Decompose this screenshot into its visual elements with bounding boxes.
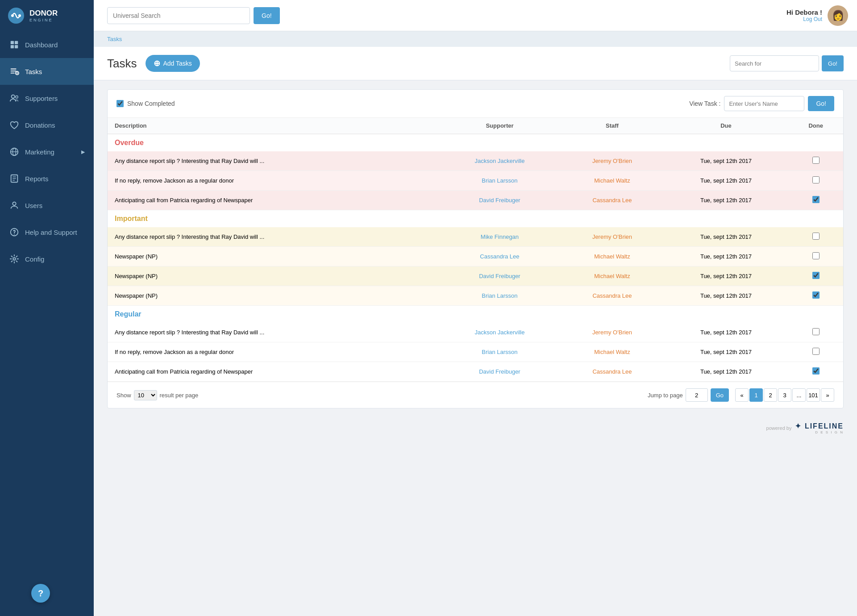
page-3-button[interactable]: 3 [778,388,791,402]
page-first-button[interactable]: « [735,388,749,402]
sidebar-item-label: Help and Support [25,229,77,236]
supporter-link[interactable]: Brian Larsson [482,349,517,355]
show-label: Show [116,392,131,399]
staff-link[interactable]: Cassandra Lee [592,368,632,375]
tasks-icon [9,66,20,77]
universal-search-go-button[interactable]: Go! [254,7,280,24]
table-row: If no reply, remove Jackson as a regular… [108,342,843,362]
page-1-button[interactable]: 1 [749,388,763,402]
task-done-checkbox[interactable] [812,348,820,355]
staff-link[interactable]: Cassandra Lee [592,292,632,299]
sidebar-item-supporters[interactable]: Supporters [0,85,94,112]
sidebar-item-label: Config [25,255,44,263]
config-icon [9,254,20,264]
universal-search-input[interactable] [107,7,250,24]
page-101-button[interactable]: 101 [807,388,820,402]
supporter-link[interactable]: Cassandra Lee [480,253,519,260]
task-done-checkbox[interactable] [812,291,820,299]
supporter-link[interactable]: Jackson Jackerville [474,158,524,164]
svg-rect-3 [11,41,14,44]
add-tasks-button[interactable]: ⊕ Add Tasks [146,55,200,72]
task-description: Newspaper (NP) [108,247,439,266]
task-done-checkbox[interactable] [812,157,820,164]
supporter-link[interactable]: David Freibuger [479,197,520,204]
staff-link[interactable]: Michael Waltz [594,349,630,355]
col-supporter: Supporter [439,118,561,134]
task-due: Tue, sept 12th 2017 [664,362,789,382]
supporters-icon [9,93,20,104]
task-description: Newspaper (NP) [108,266,439,286]
dashboard-icon [9,39,20,50]
add-tasks-label: Add Tasks [163,60,191,67]
sidebar-item-tasks[interactable]: Tasks [0,58,94,85]
staff-link[interactable]: Michael Waltz [594,253,630,260]
topbar-right: Hi Debora ! Log Out 👩 [786,5,848,26]
help-button[interactable]: ? [31,584,50,603]
task-due: Tue, sept 12th 2017 [664,227,789,247]
logo-text: DONOR ENGINE [29,9,58,22]
view-task-label: View Task : [689,100,720,107]
supporter-link[interactable]: David Freibuger [479,368,520,375]
jump-page-input[interactable] [686,388,708,402]
sidebar-item-users[interactable]: Users [0,192,94,219]
logo-icon [7,7,25,25]
per-page-control: Show 10 25 50 100 result per page [116,390,198,400]
staff-link[interactable]: Jeremy O'Brien [592,329,632,336]
main-content: Tasks Tasks ⊕ Add Tasks Go! Show Complet… [94,31,857,616]
staff-link[interactable]: Michael Waltz [594,273,630,279]
table-row: If no reply, remove Jackson as a regular… [108,171,843,191]
tasks-table-area: Show Completed View Task : Go! Descripti… [107,89,844,408]
help-icon [9,227,20,237]
task-done-checkbox[interactable] [812,233,820,240]
task-description: Any distance report slip ? Interesting t… [108,227,439,247]
task-done-checkbox[interactable] [812,196,820,203]
table-row: Anticipating call from Patricia regardin… [108,362,843,382]
header-search: Go! [730,55,844,71]
staff-link[interactable]: Jeremy O'Brien [592,158,632,164]
sidebar-item-help[interactable]: Help and Support [0,219,94,246]
staff-link[interactable]: Michael Waltz [594,177,630,184]
section-overdue-label: Overdue [108,134,843,151]
view-task-go-button[interactable]: Go! [808,96,834,111]
sidebar-item-reports[interactable]: Reports [0,165,94,192]
sidebar-item-config[interactable]: Config [0,246,94,272]
staff-link[interactable]: Jeremy O'Brien [592,233,632,240]
supporter-link[interactable]: Brian Larsson [482,177,517,184]
svg-rect-5 [11,45,14,48]
sidebar-item-dashboard[interactable]: Dashboard [0,31,94,58]
sidebar-item-marketing[interactable]: Marketing ▶ [0,138,94,165]
task-done-checkbox[interactable] [812,252,820,259]
task-description: If no reply, remove Jackson as a regular… [108,171,439,191]
per-page-select[interactable]: 10 25 50 100 [134,390,157,400]
section-important-header: Important [108,210,843,228]
task-done-checkbox[interactable] [812,272,820,279]
supporter-link[interactable]: Jackson Jackerville [474,329,524,336]
lifeline-brand: ✦ LIFELINE D E S I G N [795,422,844,434]
task-due: Tue, sept 12th 2017 [664,191,789,210]
tasks-search-go-button[interactable]: Go! [822,55,844,71]
jump-page-go-button[interactable]: Go [711,388,729,402]
table-header-row: Description Supporter Staff Due Done [108,118,843,134]
page-last-button[interactable]: » [821,388,834,402]
staff-link[interactable]: Cassandra Lee [592,197,632,204]
show-completed-checkbox[interactable] [116,100,124,107]
task-done-checkbox[interactable] [812,176,820,183]
view-task-input[interactable] [724,96,804,111]
logout-link[interactable]: Log Out [786,16,822,22]
task-done-checkbox[interactable] [812,328,820,335]
svg-point-25 [13,258,16,260]
jump-label: Jump to page [648,392,683,399]
supporter-link[interactable]: Mike Finnegan [481,233,519,240]
page-2-button[interactable]: 2 [764,388,777,402]
page-ellipsis-button: ... [792,388,806,402]
supporter-link[interactable]: Brian Larsson [482,292,517,299]
supporter-link[interactable]: David Freibuger [479,273,520,279]
task-description: Anticipating call from Patricia regardin… [108,362,439,382]
table-row: Any distance report slip ? Interesting t… [108,151,843,171]
task-done-checkbox[interactable] [812,367,820,375]
table-row: Any distance report slip ? Interesting t… [108,227,843,247]
tasks-search-input[interactable] [730,55,819,71]
show-completed-label[interactable]: Show Completed [116,100,175,107]
user-greeting: Hi Debora ! [786,8,822,16]
sidebar-item-donations[interactable]: Donations [0,112,94,138]
